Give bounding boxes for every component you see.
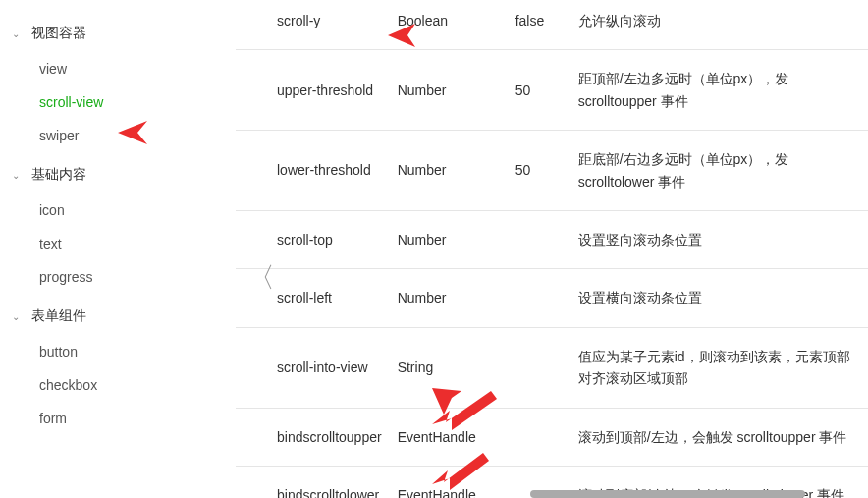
desc-cell: 设置横向滚动条位置: [567, 269, 868, 327]
type-cell: Number: [390, 269, 508, 327]
nav-group-title[interactable]: ⌄ 基础内容: [0, 156, 236, 194]
prop-cell: upper-threshold: [236, 50, 390, 131]
type-cell: Number: [390, 210, 508, 268]
nav-item-view[interactable]: view: [0, 52, 236, 85]
table-row: bindscrolltoupper EventHandle 滚动到顶部/左边，会…: [236, 408, 868, 466]
nav-group-title[interactable]: ⌄ 视图容器: [0, 15, 236, 52]
prop-cell: lower-threshold: [236, 131, 390, 211]
back-chevron-icon[interactable]: 〈: [247, 259, 275, 297]
default-cell: [508, 327, 567, 408]
default-cell: 50: [508, 131, 567, 211]
nav-item-form[interactable]: form: [0, 402, 236, 435]
prop-cell: scroll-y: [236, 0, 390, 50]
default-cell: false: [508, 0, 567, 50]
default-cell: [508, 210, 567, 268]
desc-cell: 滚动到顶部/左边，会触发 scrolltoupper 事件: [567, 408, 868, 466]
chevron-down-icon: ⌄: [12, 170, 22, 181]
type-cell: String: [390, 327, 508, 408]
table-row: scroll-top Number 设置竖向滚动条位置: [236, 210, 868, 268]
table-row: upper-threshold Number 50 距顶部/左边多远时（单位px…: [236, 50, 868, 131]
nav-group-title[interactable]: ⌄ 表单组件: [0, 298, 236, 335]
nav-item-swiper[interactable]: swiper: [0, 119, 236, 152]
chevron-down-icon: ⌄: [12, 28, 22, 39]
prop-cell: bindscrolltolower: [236, 466, 390, 498]
default-cell: [508, 408, 567, 466]
nav-group-basic-content: ⌄ 基础内容 icon text progress: [0, 156, 236, 294]
desc-cell: 允许纵向滚动: [567, 0, 868, 50]
nav-item-text[interactable]: text: [0, 227, 236, 260]
sidebar: ⌄ 视图容器 view scroll-view swiper ⌄ 基础内容 ic…: [0, 0, 236, 498]
desc-cell: 距底部/右边多远时（单位px），发 scrolltolower 事件: [567, 131, 868, 211]
type-cell: EventHandle: [390, 466, 508, 498]
horizontal-scrollbar[interactable]: [530, 490, 805, 498]
desc-cell: 设置竖向滚动条位置: [567, 210, 868, 268]
nav-group-label: 视图容器: [31, 25, 86, 42]
chevron-down-icon: ⌄: [12, 311, 22, 322]
properties-table: scroll-y Boolean false 允许纵向滚动 upper-thre…: [236, 0, 868, 498]
table-row: scroll-y Boolean false 允许纵向滚动: [236, 0, 868, 50]
nav-group-label: 基础内容: [31, 166, 86, 184]
nav-item-button[interactable]: button: [0, 335, 236, 368]
desc-cell: 值应为某子元素id，则滚动到该素，元素顶部对齐滚动区域顶部: [567, 327, 868, 408]
default-cell: 50: [508, 50, 567, 131]
nav-item-progress[interactable]: progress: [0, 260, 236, 294]
table-row: scroll-into-view String 值应为某子元素id，则滚动到该素…: [236, 327, 868, 408]
prop-cell: bindscrolltoupper: [236, 408, 390, 466]
nav-group-label: 表单组件: [31, 307, 86, 325]
table-row: lower-threshold Number 50 距底部/右边多远时（单位px…: [236, 131, 868, 211]
type-cell: Boolean: [390, 0, 508, 50]
main-content: 〈 scroll-y Boolean false 允许纵向滚动 upper-th…: [236, 0, 868, 498]
type-cell: EventHandle: [390, 408, 508, 466]
type-cell: Number: [390, 50, 508, 131]
nav-group-form: ⌄ 表单组件 button checkbox form: [0, 298, 236, 435]
nav-item-checkbox[interactable]: checkbox: [0, 368, 236, 402]
desc-cell: 距顶部/左边多远时（单位px），发 scrolltoupper 事件: [567, 50, 868, 131]
table-row: scroll-left Number 设置横向滚动条位置: [236, 269, 868, 327]
nav-group-view-containers: ⌄ 视图容器 view scroll-view swiper: [0, 15, 236, 152]
nav-item-scroll-view[interactable]: scroll-view: [0, 85, 236, 119]
type-cell: Number: [390, 131, 508, 211]
default-cell: [508, 269, 567, 327]
prop-cell: scroll-into-view: [236, 327, 390, 408]
nav-item-icon[interactable]: icon: [0, 194, 236, 227]
